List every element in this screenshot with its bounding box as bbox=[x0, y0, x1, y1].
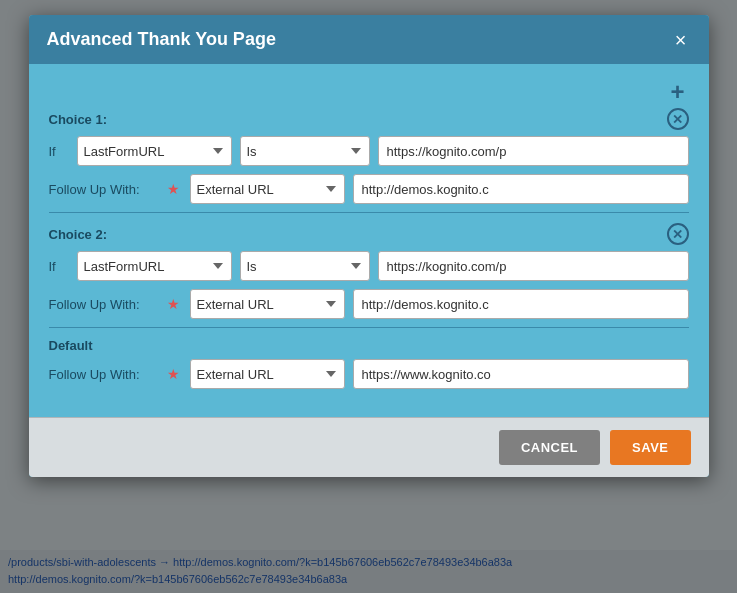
choice-2-required-star: ★ bbox=[167, 296, 180, 312]
choice-2-followup-label: Follow Up With: bbox=[49, 297, 159, 312]
choice-2-operator[interactable]: Is bbox=[240, 251, 370, 281]
divider-2 bbox=[49, 327, 689, 328]
choice-1-required-star: ★ bbox=[167, 181, 180, 197]
choice-2-url-input[interactable] bbox=[378, 251, 689, 281]
choice-1-url-input[interactable] bbox=[378, 136, 689, 166]
choice-2-followup-type[interactable]: External URL bbox=[190, 289, 345, 319]
save-button[interactable]: SAVE bbox=[610, 430, 690, 465]
default-required-star: ★ bbox=[167, 366, 180, 382]
choice-2-followup-row: Follow Up With: ★ External URL bbox=[49, 289, 689, 319]
default-followup-label: Follow Up With: bbox=[49, 367, 159, 382]
choice-1-followup-row: Follow Up With: ★ External URL bbox=[49, 174, 689, 204]
add-row: + bbox=[49, 74, 689, 108]
choice-1-section: Choice 1: ✕ If LastFormURL Is bbox=[49, 108, 689, 204]
default-section: Default Follow Up With: ★ External URL bbox=[49, 338, 689, 389]
modal-footer: CANCEL SAVE bbox=[29, 417, 709, 477]
choice-1-if-label: If bbox=[49, 144, 69, 159]
modal-body: + Choice 1: ✕ If LastFormURL bbox=[29, 64, 709, 417]
modal-header: Advanced Thank You Page × bbox=[29, 15, 709, 64]
choice-2-followup-url[interactable] bbox=[353, 289, 689, 319]
choice-1-label: Choice 1: bbox=[49, 112, 108, 127]
advanced-thankyou-modal: Advanced Thank You Page × + Choice 1: ✕ bbox=[29, 15, 709, 477]
choice-2-section: Choice 2: ✕ If LastFormURL Is bbox=[49, 223, 689, 319]
choice-2-label: Choice 2: bbox=[49, 227, 108, 242]
remove-choice-2-button[interactable]: ✕ bbox=[667, 223, 689, 245]
modal-title: Advanced Thank You Page bbox=[47, 29, 276, 50]
choice-2-if-row: If LastFormURL Is bbox=[49, 251, 689, 281]
cancel-button[interactable]: CANCEL bbox=[499, 430, 600, 465]
default-label: Default bbox=[49, 338, 689, 353]
choice-1-operator[interactable]: Is bbox=[240, 136, 370, 166]
choice-2-header: Choice 2: ✕ bbox=[49, 223, 689, 245]
choice-2-if-label: If bbox=[49, 259, 69, 274]
remove-choice-1-button[interactable]: ✕ bbox=[667, 108, 689, 130]
choice-1-followup-type[interactable]: External URL bbox=[190, 174, 345, 204]
choice-1-if-row: If LastFormURL Is bbox=[49, 136, 689, 166]
remove-choice-1-icon: ✕ bbox=[667, 108, 689, 130]
modal-backdrop: Advanced Thank You Page × + Choice 1: ✕ bbox=[0, 0, 737, 593]
default-followup-type[interactable]: External URL bbox=[190, 359, 345, 389]
divider-1 bbox=[49, 212, 689, 213]
choice-1-followup-label: Follow Up With: bbox=[49, 182, 159, 197]
choice-1-condition-field[interactable]: LastFormURL bbox=[77, 136, 232, 166]
choice-2-condition-field[interactable]: LastFormURL bbox=[77, 251, 232, 281]
default-followup-row: Follow Up With: ★ External URL bbox=[49, 359, 689, 389]
default-followup-url[interactable] bbox=[353, 359, 689, 389]
choice-1-followup-url[interactable] bbox=[353, 174, 689, 204]
close-button[interactable]: × bbox=[671, 30, 691, 50]
choice-1-header: Choice 1: ✕ bbox=[49, 108, 689, 130]
add-choice-button[interactable]: + bbox=[670, 80, 684, 104]
remove-choice-2-icon: ✕ bbox=[667, 223, 689, 245]
